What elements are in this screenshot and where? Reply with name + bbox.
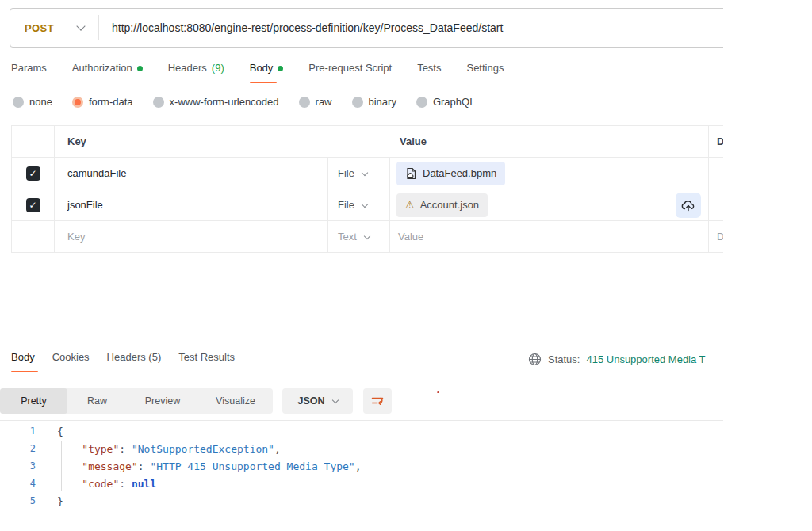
headers-count: (9) bbox=[212, 62, 224, 74]
table-row: ✓ jsonFile File ⚠ Account.json bbox=[12, 189, 723, 221]
globe-icon bbox=[528, 353, 542, 366]
tab-label: Pre-request Script bbox=[308, 62, 392, 74]
file-name: Account.json bbox=[420, 199, 479, 211]
chevron-down-icon bbox=[331, 397, 338, 403]
header-value: Value bbox=[390, 126, 709, 158]
url-bar: POST http://localhost:8080/engine-rest/p… bbox=[10, 8, 723, 48]
key-cell[interactable]: jsonFile bbox=[55, 189, 328, 221]
type-dropdown[interactable]: File bbox=[338, 167, 367, 179]
response-body-code[interactable]: 1 { 2 "type": "NotSupportedException", 3… bbox=[0, 420, 723, 510]
radio-none[interactable]: none bbox=[13, 96, 52, 108]
wrap-lines-button[interactable] bbox=[363, 388, 392, 414]
file-chip[interactable]: DataFeed.bpmn bbox=[396, 162, 505, 185]
column-header: Value bbox=[400, 136, 427, 147]
value-cell[interactable]: Value bbox=[390, 221, 709, 253]
radio-raw[interactable]: raw bbox=[299, 96, 332, 108]
view-visualize[interactable]: Visualize bbox=[198, 388, 273, 414]
radio-icon bbox=[299, 97, 310, 108]
row-checkbox[interactable]: ✓ bbox=[26, 166, 40, 181]
tab-label: Body bbox=[11, 351, 35, 363]
type-label: Text bbox=[338, 231, 357, 243]
green-dot-icon bbox=[278, 66, 283, 71]
description-cell[interactable]: D bbox=[709, 221, 723, 253]
response-tab-headers[interactable]: Headers (5) bbox=[107, 351, 167, 372]
radio-icon bbox=[352, 97, 363, 108]
cursor-artifact-dot bbox=[437, 391, 439, 393]
tab-label: Body bbox=[250, 62, 274, 74]
text-wrap-icon bbox=[370, 395, 385, 407]
tab-headers[interactable]: Headers(9) bbox=[168, 62, 224, 83]
line-number: 3 bbox=[0, 460, 36, 472]
code-token: "code" bbox=[57, 478, 119, 490]
method-selector[interactable]: POST bbox=[10, 22, 78, 34]
response-tab-body[interactable]: Body bbox=[11, 351, 40, 372]
view-preview[interactable]: Preview bbox=[127, 388, 198, 414]
code-line: 5 } bbox=[0, 492, 723, 510]
file-name: DataFeed.bpmn bbox=[423, 167, 496, 179]
tab-settings[interactable]: Settings bbox=[466, 62, 504, 83]
code-line: 2 "type": "NotSupportedException", bbox=[0, 440, 723, 457]
code-token: , bbox=[355, 460, 362, 472]
response-tab-test-results[interactable]: Test Results bbox=[178, 351, 240, 372]
type-cell: File bbox=[328, 158, 390, 189]
value-cell: ⚠ Account.json bbox=[390, 189, 709, 221]
green-dot-icon bbox=[137, 66, 143, 71]
tab-label: Settings bbox=[466, 62, 504, 74]
chevron-down-icon bbox=[364, 232, 370, 239]
body-type-options: none form-data x-www-form-urlencoded raw… bbox=[13, 96, 475, 108]
tab-tests[interactable]: Tests bbox=[417, 62, 441, 83]
radio-label: form-data bbox=[89, 96, 133, 108]
tab-label: Headers bbox=[168, 62, 207, 74]
url-input[interactable]: http://localhost:8080/engine-rest/proces… bbox=[99, 21, 503, 34]
view-pretty[interactable]: Pretty bbox=[0, 388, 67, 414]
tab-body[interactable]: Body bbox=[250, 62, 284, 83]
type-cell: File bbox=[328, 189, 390, 221]
type-dropdown[interactable]: Text bbox=[338, 231, 370, 243]
tab-pre-request-script[interactable]: Pre-request Script bbox=[308, 62, 392, 83]
checkbox-cell bbox=[12, 221, 55, 253]
radio-x-www-form-urlencoded[interactable]: x-www-form-urlencoded bbox=[153, 96, 279, 108]
tab-params[interactable]: Params bbox=[11, 62, 47, 83]
format-dropdown[interactable]: JSON bbox=[282, 388, 353, 414]
description-cell[interactable] bbox=[709, 158, 723, 189]
column-header: Key bbox=[67, 136, 86, 147]
description-cell[interactable] bbox=[709, 189, 723, 221]
radio-icon bbox=[13, 97, 24, 108]
upload-file-button[interactable] bbox=[676, 193, 701, 218]
radio-label: raw bbox=[316, 96, 332, 108]
radio-label: GraphQL bbox=[433, 96, 475, 108]
radio-selected-icon bbox=[72, 97, 83, 108]
radio-icon bbox=[416, 97, 427, 108]
key-cell[interactable]: Key bbox=[55, 221, 328, 253]
type-label: File bbox=[338, 199, 354, 211]
row-checkbox[interactable]: ✓ bbox=[26, 198, 40, 212]
line-number: 4 bbox=[0, 478, 36, 489]
key-cell[interactable]: camundaFile bbox=[55, 158, 328, 189]
chevron-down-icon[interactable] bbox=[76, 21, 85, 30]
key-text: jsonFile bbox=[67, 199, 103, 211]
radio-form-data[interactable]: form-data bbox=[72, 96, 133, 108]
radio-graphql[interactable]: GraphQL bbox=[416, 96, 475, 108]
tab-authorization[interactable]: Authorization bbox=[72, 62, 143, 83]
radio-label: none bbox=[29, 96, 52, 108]
file-chip[interactable]: ⚠ Account.json bbox=[396, 193, 488, 217]
radio-binary[interactable]: binary bbox=[352, 96, 396, 108]
view-raw[interactable]: Raw bbox=[67, 388, 127, 414]
header-checkbox-cell bbox=[12, 126, 55, 158]
tab-label: Headers (5) bbox=[107, 351, 162, 363]
warning-icon: ⚠ bbox=[405, 199, 415, 211]
status-value: 415 Unsupported Media T bbox=[586, 353, 705, 365]
type-dropdown[interactable]: File bbox=[338, 199, 367, 211]
code-token: "HTTP 415 Unsupported Media Type" bbox=[150, 460, 354, 472]
radio-label: binary bbox=[369, 96, 396, 108]
format-label: JSON bbox=[297, 395, 324, 407]
chevron-down-icon bbox=[362, 169, 368, 175]
table-row: ✓ camundaFile File DataFeed.bpmn bbox=[12, 158, 723, 189]
response-view-switcher: Pretty Raw Preview Visualize bbox=[0, 388, 273, 414]
tab-label: Tests bbox=[417, 62, 441, 74]
line-number: 5 bbox=[0, 495, 36, 506]
checkbox-cell: ✓ bbox=[12, 158, 55, 189]
response-tab-cookies[interactable]: Cookies bbox=[52, 351, 95, 372]
response-status: Status: 415 Unsupported Media T bbox=[528, 353, 706, 366]
code-token: , bbox=[274, 443, 281, 455]
